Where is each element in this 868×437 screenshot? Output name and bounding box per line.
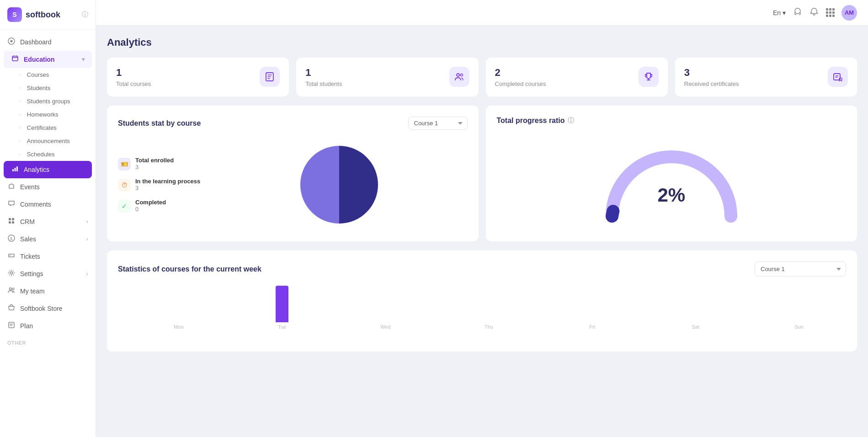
sidebar-item-my-team[interactable]: My team: [0, 282, 96, 300]
svg-rect-9: [12, 221, 14, 224]
sidebar-item-homeworks[interactable]: Homeworks: [0, 108, 96, 121]
sidebar-item-dashboard[interactable]: Dashboard: [0, 33, 96, 51]
svg-rect-3: [12, 169, 14, 171]
stat-number-1: 1: [305, 67, 342, 79]
sales-icon: $: [7, 234, 16, 244]
pie-area: 🎫 Total enrolled 3 ⏱ In the learning pro…: [118, 139, 468, 230]
sidebar-item-plan[interactable]: Plan: [0, 317, 96, 335]
students-stat-card: Students stat by course Course 1 🎫 Total…: [107, 106, 479, 241]
sidebar-item-education[interactable]: Education ▾: [4, 51, 92, 68]
course-select-pie[interactable]: Course 1: [408, 117, 468, 130]
sidebar-item-analytics[interactable]: Analytics: [4, 161, 92, 178]
pie-chart: [293, 139, 385, 230]
plan-icon: [7, 321, 16, 330]
legend-count-1: 3: [135, 185, 200, 192]
page-title: Analytics: [107, 37, 857, 48]
sidebar-item-label-store: Softbook Store: [20, 305, 63, 312]
sidebar: S softbook ⓘ Dashboard Education ▾ Cours…: [0, 0, 96, 437]
sidebar-item-store[interactable]: Softbook Store: [0, 300, 96, 317]
svg-rect-7: [12, 218, 14, 220]
logo-text: softbook: [26, 10, 60, 20]
progress-ratio-header: Total progress ratio ⓘ: [497, 117, 847, 125]
grid-icon[interactable]: [826, 8, 834, 17]
sidebar-item-label-dashboard: Dashboard: [20, 38, 52, 46]
students-stat-title: Students stat by course: [118, 119, 201, 128]
stat-number-0: 1: [116, 67, 151, 79]
bar-item-3: Thu: [442, 322, 536, 330]
headphones-icon[interactable]: [793, 7, 802, 18]
sidebar-item-sales[interactable]: $ Sales ›: [0, 230, 96, 248]
bar-label-1: Tue: [278, 324, 287, 330]
bar-label-6: Sun: [794, 324, 804, 330]
bar-label-2: Wed: [380, 324, 390, 330]
svg-point-12: [10, 255, 11, 256]
svg-point-1: [11, 40, 13, 43]
sidebar-item-students[interactable]: Students: [0, 81, 96, 95]
legend-item-2: ✓ Completed 0: [118, 199, 200, 213]
svg-point-14: [10, 288, 12, 290]
language-selector[interactable]: En ▾: [773, 9, 786, 16]
chevron-right-icon: ›: [86, 218, 88, 225]
bar-label-5: Sat: [692, 324, 700, 330]
bar-label-3: Thu: [485, 324, 493, 330]
store-icon: [7, 304, 16, 313]
sidebar-item-announcements[interactable]: Announcements: [0, 134, 96, 148]
sidebar-item-label-my-team: My team: [20, 288, 45, 295]
courses-label: Courses: [27, 71, 49, 78]
gauge-percent: 2%: [657, 184, 685, 206]
info-icon[interactable]: ⓘ: [82, 11, 88, 19]
sidebar-item-label-education: Education: [24, 56, 55, 63]
svg-rect-4: [15, 168, 16, 171]
sidebar-item-label-sales: Sales: [20, 235, 36, 243]
avatar[interactable]: AM: [841, 5, 857, 21]
sidebar-item-label-events: Events: [20, 183, 40, 191]
pie-legend: 🎫 Total enrolled 3 ⏱ In the learning pro…: [118, 157, 200, 213]
bell-icon[interactable]: [809, 7, 819, 18]
tickets-icon: [7, 252, 16, 261]
weekly-stats-title: Statistics of courses for the current we…: [118, 265, 261, 273]
course-select-bar[interactable]: Course 1: [755, 261, 846, 277]
sidebar-item-label-settings: Settings: [20, 270, 43, 277]
settings-icon: [7, 269, 16, 278]
bar-label-0: Mon: [174, 324, 183, 330]
other-section-label: OTHER: [0, 335, 96, 347]
sidebar-item-label-tickets: Tickets: [20, 253, 40, 260]
svg-rect-8: [9, 221, 11, 224]
sidebar-item-label-analytics: Analytics: [24, 166, 49, 173]
legend-item-0: 🎫 Total enrolled 3: [118, 157, 200, 171]
legend-icon-0: 🎫: [118, 158, 131, 171]
sidebar-item-comments[interactable]: Comments: [0, 196, 96, 213]
sidebar-item-events[interactable]: Events: [0, 178, 96, 196]
my-team-icon: [7, 287, 16, 296]
bar-item-2: Wed: [338, 322, 432, 330]
sidebar-item-crm[interactable]: CRM ›: [0, 213, 96, 230]
stat-number-3: 3: [684, 67, 739, 79]
stats-row: 1 Total courses 1 Total students 2 Compl…: [107, 58, 857, 96]
bar-item-6: Sun: [752, 322, 846, 330]
sidebar-item-courses[interactable]: Courses: [0, 68, 96, 81]
pie-chart-wrap: [211, 139, 467, 230]
chevron-right-icon-2: ›: [86, 236, 88, 242]
sidebar-item-certificates[interactable]: Certificates: [0, 121, 96, 134]
stat-card-1: 1 Total students: [296, 58, 478, 96]
weekly-stats-card: Statistics of courses for the current we…: [107, 250, 857, 352]
stat-icon-3: [828, 67, 848, 87]
svg-point-17: [795, 8, 800, 14]
svg-rect-16: [9, 322, 14, 328]
svg-rect-5: [16, 166, 18, 171]
stat-label-0: Total courses: [116, 80, 151, 87]
sidebar-item-settings[interactable]: Settings ›: [0, 265, 96, 282]
events-icon: [7, 182, 16, 192]
svg-point-13: [11, 272, 13, 274]
bar-label-4: Fri: [589, 324, 595, 330]
legend-icon-1: ⏱: [118, 179, 131, 192]
logo-area: S softbook ⓘ: [0, 0, 96, 30]
announcements-label: Announcements: [27, 138, 70, 144]
sidebar-item-tickets[interactable]: Tickets: [0, 248, 96, 265]
legend-item-1: ⏱ In the learning process 3: [118, 178, 200, 192]
sidebar-item-schedules[interactable]: Schedules: [0, 148, 96, 161]
progress-title-text: Total progress ratio: [497, 117, 565, 125]
certificates-label: Certificates: [27, 124, 57, 131]
analytics-icon: [11, 165, 19, 174]
sidebar-item-students-groups[interactable]: Students groups: [0, 95, 96, 108]
